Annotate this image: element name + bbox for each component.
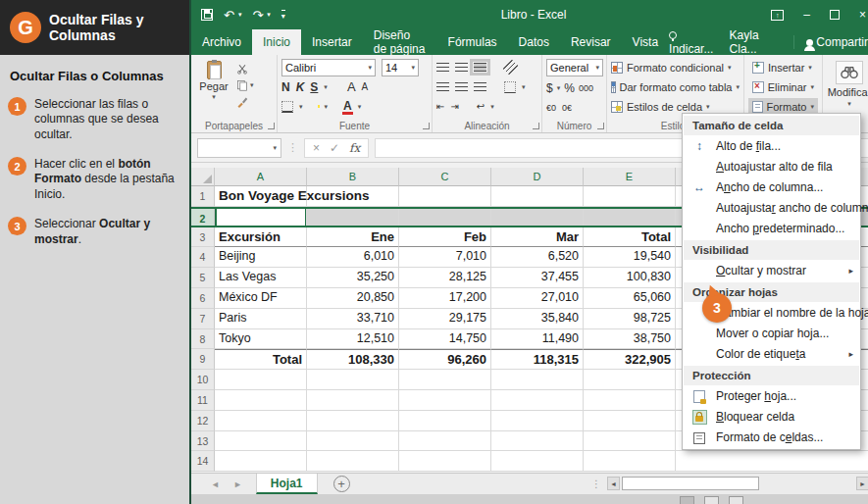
cell-D5[interactable]: 37,455 <box>491 268 584 288</box>
maximize-button[interactable] <box>830 10 840 20</box>
cell-E5[interactable]: 100,830 <box>584 268 676 288</box>
cell-A14[interactable] <box>215 451 307 472</box>
cell-D12[interactable] <box>491 411 584 431</box>
font-dialog-launcher-icon[interactable] <box>423 123 430 129</box>
wrap-text-icon[interactable]: ↩ <box>477 101 485 112</box>
cell-E7[interactable]: 98,725 <box>584 309 676 329</box>
menu-item-mover-o-copiar-hoja[interactable]: Mover o copiar hoja... <box>683 324 860 344</box>
cell-B8[interactable]: 12,510 <box>307 329 399 350</box>
cell-B13[interactable] <box>307 431 399 452</box>
select-all-corner[interactable] <box>191 168 215 186</box>
row-header-5[interactable]: 5 <box>191 268 215 288</box>
cell-B5[interactable]: 35,250 <box>307 268 399 288</box>
redo-button[interactable]: ↷ <box>252 9 263 22</box>
undo-button[interactable]: ↶ <box>224 9 234 22</box>
cell-C14[interactable] <box>399 451 491 472</box>
row-header-10[interactable]: 10 <box>191 370 215 390</box>
column-header-E[interactable]: E <box>584 168 676 186</box>
cell-B7[interactable]: 33,710 <box>307 309 399 329</box>
cell-B14[interactable] <box>307 451 399 472</box>
cell-C7[interactable]: 29,175 <box>399 309 491 329</box>
menu-item-formato-de-celdas[interactable]: Formato de celdas... <box>683 428 860 448</box>
undo-dropdown-icon[interactable]: ▾ <box>238 11 242 19</box>
align-right-icon[interactable] <box>474 82 486 91</box>
menu-item-ancho-predeterminado[interactable]: Ancho predeterminado... <box>683 219 860 239</box>
save-icon[interactable] <box>201 9 213 21</box>
cell-E13[interactable] <box>584 431 676 452</box>
cell-A10[interactable] <box>215 370 307 390</box>
row-header-1[interactable]: 1 <box>191 186 215 207</box>
cell-E2[interactable] <box>584 209 676 226</box>
column-header-D[interactable]: D <box>491 168 584 186</box>
tab-archivo[interactable]: Archivo <box>191 29 252 55</box>
tab-insertar[interactable]: Insertar <box>301 29 363 55</box>
menu-item-ancho-de-columna[interactable]: ↔Ancho de columna... <box>683 177 860 198</box>
clipboard-dialog-launcher-icon[interactable] <box>268 123 275 129</box>
cell-A2[interactable] <box>215 209 307 226</box>
row-header-4[interactable]: 4 <box>191 247 215 268</box>
tab-datos[interactable]: Datos <box>508 29 560 55</box>
cell-B10[interactable] <box>307 370 399 390</box>
cell-D14[interactable] <box>491 451 584 472</box>
cell-A1[interactable]: Bon Voyage Excursions <box>215 186 307 207</box>
decrease-indent-icon[interactable]: ⇤ <box>436 101 444 112</box>
cell-D13[interactable] <box>491 431 584 452</box>
tell-me-box[interactable]: Indicar... <box>669 28 716 56</box>
bold-button[interactable]: N <box>281 80 290 94</box>
copy-button[interactable]: ▾ <box>236 78 254 92</box>
cell-C12[interactable] <box>399 411 491 431</box>
cell-E14[interactable] <box>584 451 676 472</box>
tab-fórmulas[interactable]: Fórmulas <box>437 29 508 55</box>
menu-item-autoajustar-alto-de-fila[interactable]: Autoajustar alto de fila <box>683 157 860 177</box>
percent-button[interactable]: % <box>564 81 575 95</box>
cell-B2[interactable] <box>307 209 399 226</box>
row-header-6[interactable]: 6 <box>191 288 215 309</box>
italic-button[interactable]: K <box>296 80 305 94</box>
next-sheet-icon[interactable]: ► <box>233 479 242 489</box>
cell-B4[interactable]: 6,010 <box>307 247 399 268</box>
cell-C6[interactable]: 17,200 <box>399 288 491 309</box>
increase-decimal-icon[interactable]: €0 <box>546 103 556 113</box>
scrollbar-splitter-icon[interactable]: ⋮ <box>591 479 601 489</box>
scroll-left-icon[interactable]: ◄ <box>607 477 620 490</box>
grow-font-button[interactable]: A <box>347 79 356 94</box>
cell-C4[interactable]: 7,010 <box>399 247 491 268</box>
horizontal-scrollbar[interactable]: ⋮ ◄ ► <box>591 477 868 490</box>
cell-C3[interactable]: Feb <box>399 227 491 248</box>
new-sheet-button[interactable]: + <box>333 476 350 492</box>
cell-D8[interactable]: 11,490 <box>491 329 584 350</box>
cell-C5[interactable]: 28,125 <box>399 268 491 288</box>
paste-button[interactable]: Pegar ▾ <box>195 59 232 119</box>
cell-C1[interactable] <box>399 186 491 207</box>
eliminar-button[interactable]: Eliminar▾ <box>748 78 818 95</box>
styles-button-1[interactable]: Dar formato como tabla▾ <box>611 78 740 95</box>
number-format-select[interactable]: General▾ <box>546 59 603 76</box>
row-header-2[interactable]: 2 <box>191 209 215 226</box>
font-color-button[interactable]: A <box>343 99 352 114</box>
row-header-9[interactable]: 9 <box>191 349 215 370</box>
cell-C8[interactable]: 14,750 <box>399 329 491 350</box>
column-header-A[interactable]: A <box>215 168 307 186</box>
cell-D7[interactable]: 35,840 <box>491 309 584 329</box>
cell-D9[interactable]: 118,315 <box>491 349 584 370</box>
menu-item-proteger-hoja[interactable]: Proteger hoja... <box>683 386 860 407</box>
cell-B9[interactable]: 108,330 <box>307 349 399 370</box>
cell-A7[interactable]: Paris <box>215 309 307 329</box>
cell-C2[interactable] <box>399 209 491 226</box>
enter-button[interactable]: ✓ <box>330 141 339 155</box>
cell-A11[interactable] <box>215 390 307 411</box>
increase-indent-icon[interactable]: ⇥ <box>450 101 458 112</box>
format-painter-button[interactable] <box>236 95 254 109</box>
comma-style-button[interactable]: 000 <box>579 83 593 93</box>
cut-button[interactable] <box>236 62 254 76</box>
tab-inicio[interactable]: Inicio <box>252 29 301 55</box>
align-bottom-icon[interactable] <box>474 63 486 72</box>
menu-item-ocultar-y-mostrar[interactable]: Ocultar y mostrar▸ <box>683 261 860 281</box>
cell-A8[interactable]: Tokyo <box>215 329 307 350</box>
decrease-decimal-icon[interactable]: 0€ <box>562 103 572 113</box>
menu-item-bloquear-celda[interactable]: Bloquear celda <box>683 407 860 428</box>
cell-A12[interactable] <box>215 411 307 431</box>
account-name[interactable]: Kayla Cla... <box>730 28 782 56</box>
minimize-button[interactable]: – <box>803 8 810 22</box>
cell-A13[interactable] <box>215 431 307 452</box>
